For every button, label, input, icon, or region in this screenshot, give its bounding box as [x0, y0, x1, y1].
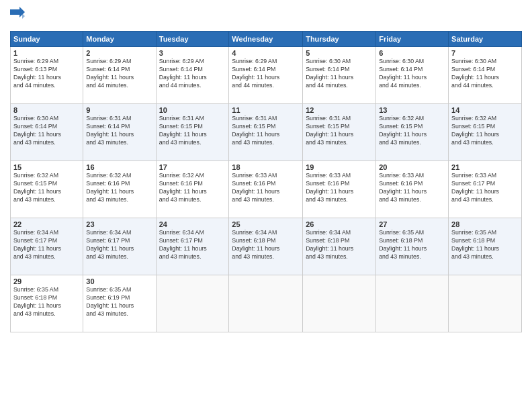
day-number: 9: [86, 106, 152, 114]
day-info: Sunrise: 6:30 AM Sunset: 6:14 PM Dayligh…: [306, 58, 373, 90]
day-number: 25: [232, 220, 300, 228]
calendar-cell: 11Sunrise: 6:31 AM Sunset: 6:15 PM Dayli…: [229, 104, 303, 161]
calendar-cell: 19Sunrise: 6:33 AM Sunset: 6:16 PM Dayli…: [303, 161, 376, 218]
calendar-cell: 20Sunrise: 6:33 AM Sunset: 6:16 PM Dayli…: [376, 161, 449, 218]
day-number: 22: [13, 220, 80, 228]
calendar-cell: 3Sunrise: 6:29 AM Sunset: 6:14 PM Daylig…: [156, 47, 229, 104]
calendar-week-3: 15Sunrise: 6:32 AM Sunset: 6:15 PM Dayli…: [11, 161, 522, 218]
calendar-cell: 12Sunrise: 6:31 AM Sunset: 6:15 PM Dayli…: [303, 104, 376, 161]
day-info: Sunrise: 6:29 AM Sunset: 6:14 PM Dayligh…: [232, 58, 300, 90]
weekday-header-monday: Monday: [83, 32, 156, 47]
calendar-cell: 1Sunrise: 6:29 AM Sunset: 6:13 PM Daylig…: [11, 47, 83, 104]
calendar-cell: 25Sunrise: 6:34 AM Sunset: 6:18 PM Dayli…: [229, 218, 303, 275]
calendar-cell: 21Sunrise: 6:33 AM Sunset: 6:17 PM Dayli…: [449, 161, 522, 218]
calendar-cell: 7Sunrise: 6:30 AM Sunset: 6:14 PM Daylig…: [449, 47, 522, 104]
day-info: Sunrise: 6:29 AM Sunset: 6:13 PM Dayligh…: [13, 58, 80, 90]
calendar-table: SundayMondayTuesdayWednesdayThursdayFrid…: [10, 31, 522, 332]
day-info: Sunrise: 6:31 AM Sunset: 6:15 PM Dayligh…: [306, 115, 373, 147]
calendar-cell: 29Sunrise: 6:35 AM Sunset: 6:18 PM Dayli…: [11, 275, 83, 332]
weekday-row: SundayMondayTuesdayWednesdayThursdayFrid…: [11, 32, 522, 47]
day-number: 29: [13, 277, 80, 285]
day-number: 4: [232, 49, 300, 57]
day-number: 6: [379, 49, 445, 57]
day-info: Sunrise: 6:32 AM Sunset: 6:16 PM Dayligh…: [86, 172, 152, 204]
calendar-cell: 23Sunrise: 6:34 AM Sunset: 6:17 PM Dayli…: [83, 218, 156, 275]
calendar-cell: 15Sunrise: 6:32 AM Sunset: 6:15 PM Dayli…: [11, 161, 83, 218]
day-info: Sunrise: 6:34 AM Sunset: 6:17 PM Dayligh…: [159, 229, 226, 261]
weekday-header-tuesday: Tuesday: [156, 32, 229, 47]
page: SundayMondayTuesdayWednesdayThursdayFrid…: [0, 0, 532, 411]
day-number: 19: [306, 163, 373, 171]
day-info: Sunrise: 6:30 AM Sunset: 6:14 PM Dayligh…: [379, 58, 445, 90]
calendar-cell: [303, 275, 376, 332]
day-number: 27: [379, 220, 445, 228]
day-number: 15: [13, 163, 80, 171]
calendar-cell: 4Sunrise: 6:29 AM Sunset: 6:14 PM Daylig…: [229, 47, 303, 104]
day-info: Sunrise: 6:32 AM Sunset: 6:16 PM Dayligh…: [159, 172, 226, 204]
day-info: Sunrise: 6:35 AM Sunset: 6:18 PM Dayligh…: [379, 229, 445, 261]
day-info: Sunrise: 6:34 AM Sunset: 6:18 PM Dayligh…: [306, 229, 373, 261]
weekday-header-thursday: Thursday: [303, 32, 376, 47]
day-number: 30: [86, 277, 152, 285]
calendar-cell: 17Sunrise: 6:32 AM Sunset: 6:16 PM Dayli…: [156, 161, 229, 218]
calendar-cell: 16Sunrise: 6:32 AM Sunset: 6:16 PM Dayli…: [83, 161, 156, 218]
day-number: 20: [379, 163, 445, 171]
day-info: Sunrise: 6:32 AM Sunset: 6:15 PM Dayligh…: [451, 115, 519, 147]
day-number: 13: [379, 106, 445, 114]
calendar-cell: 26Sunrise: 6:34 AM Sunset: 6:18 PM Dayli…: [303, 218, 376, 275]
day-number: 17: [159, 163, 226, 171]
day-info: Sunrise: 6:33 AM Sunset: 6:16 PM Dayligh…: [379, 172, 445, 204]
day-info: Sunrise: 6:35 AM Sunset: 6:18 PM Dayligh…: [13, 286, 80, 318]
day-info: Sunrise: 6:30 AM Sunset: 6:14 PM Dayligh…: [13, 115, 80, 147]
day-number: 26: [306, 220, 373, 228]
day-number: 14: [451, 106, 519, 114]
day-number: 7: [451, 49, 519, 57]
day-info: Sunrise: 6:29 AM Sunset: 6:14 PM Dayligh…: [86, 58, 152, 90]
day-number: 1: [13, 49, 80, 57]
day-info: Sunrise: 6:31 AM Sunset: 6:15 PM Dayligh…: [232, 115, 300, 147]
day-number: 10: [159, 106, 226, 114]
calendar-cell: [449, 275, 522, 332]
day-info: Sunrise: 6:34 AM Sunset: 6:18 PM Dayligh…: [232, 229, 300, 261]
day-number: 5: [306, 49, 373, 57]
day-info: Sunrise: 6:34 AM Sunset: 6:17 PM Dayligh…: [13, 229, 80, 261]
weekday-header-sunday: Sunday: [11, 32, 83, 47]
day-info: Sunrise: 6:33 AM Sunset: 6:16 PM Dayligh…: [232, 172, 300, 204]
day-number: 28: [451, 220, 519, 228]
calendar-cell: [156, 275, 229, 332]
calendar-week-1: 1Sunrise: 6:29 AM Sunset: 6:13 PM Daylig…: [11, 47, 522, 104]
calendar-cell: 22Sunrise: 6:34 AM Sunset: 6:17 PM Dayli…: [11, 218, 83, 275]
calendar-cell: 10Sunrise: 6:31 AM Sunset: 6:15 PM Dayli…: [156, 104, 229, 161]
calendar-cell: 6Sunrise: 6:30 AM Sunset: 6:14 PM Daylig…: [376, 47, 449, 104]
weekday-header-wednesday: Wednesday: [229, 32, 303, 47]
calendar-cell: 24Sunrise: 6:34 AM Sunset: 6:17 PM Dayli…: [156, 218, 229, 275]
day-info: Sunrise: 6:31 AM Sunset: 6:14 PM Dayligh…: [86, 115, 152, 147]
day-number: 3: [159, 49, 226, 57]
calendar-cell: 14Sunrise: 6:32 AM Sunset: 6:15 PM Dayli…: [449, 104, 522, 161]
day-number: 24: [159, 220, 226, 228]
day-number: 11: [232, 106, 300, 114]
day-number: 21: [451, 163, 519, 171]
calendar-cell: 8Sunrise: 6:30 AM Sunset: 6:14 PM Daylig…: [11, 104, 83, 161]
day-number: 8: [13, 106, 80, 114]
day-info: Sunrise: 6:32 AM Sunset: 6:15 PM Dayligh…: [379, 115, 445, 147]
logo-icon: [10, 7, 25, 26]
calendar-cell: 9Sunrise: 6:31 AM Sunset: 6:14 PM Daylig…: [83, 104, 156, 161]
calendar-body: 1Sunrise: 6:29 AM Sunset: 6:13 PM Daylig…: [11, 47, 522, 332]
day-info: Sunrise: 6:35 AM Sunset: 6:18 PM Dayligh…: [451, 229, 519, 261]
day-info: Sunrise: 6:33 AM Sunset: 6:17 PM Dayligh…: [451, 172, 519, 204]
day-number: 18: [232, 163, 300, 171]
calendar-header: SundayMondayTuesdayWednesdayThursdayFrid…: [11, 32, 522, 47]
calendar-cell: 13Sunrise: 6:32 AM Sunset: 6:15 PM Dayli…: [376, 104, 449, 161]
day-number: 23: [86, 220, 152, 228]
logo: [10, 7, 28, 26]
day-info: Sunrise: 6:30 AM Sunset: 6:14 PM Dayligh…: [451, 58, 519, 90]
calendar-cell: 2Sunrise: 6:29 AM Sunset: 6:14 PM Daylig…: [83, 47, 156, 104]
calendar-week-4: 22Sunrise: 6:34 AM Sunset: 6:17 PM Dayli…: [11, 218, 522, 275]
calendar-cell: [376, 275, 449, 332]
day-number: 2: [86, 49, 152, 57]
weekday-header-friday: Friday: [376, 32, 449, 47]
day-info: Sunrise: 6:31 AM Sunset: 6:15 PM Dayligh…: [159, 115, 226, 147]
day-number: 12: [306, 106, 373, 114]
calendar-week-5: 29Sunrise: 6:35 AM Sunset: 6:18 PM Dayli…: [11, 275, 522, 332]
